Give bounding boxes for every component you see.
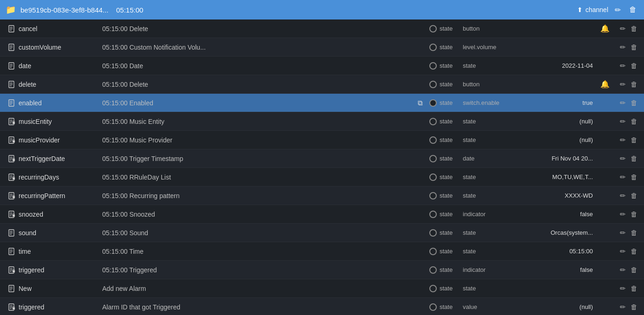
delete-button[interactable]: 🗑 <box>630 24 638 33</box>
delete-button[interactable]: 🗑 <box>630 283 638 293</box>
edit-button[interactable]: ✏ <box>619 246 627 257</box>
delete-button[interactable]: 🗑 <box>630 98 638 108</box>
delete-button[interactable]: 🗑 <box>630 209 638 219</box>
row-value: false <box>523 266 598 273</box>
edit-button[interactable]: ✏ <box>619 24 627 34</box>
delete-button[interactable]: 🗑 <box>630 228 638 238</box>
row-value: Orcas(system... <box>523 229 598 236</box>
table-row[interactable]: snoozed05:15:00 Snoozedstateindicatorfal… <box>0 205 644 224</box>
row-name: New <box>19 285 102 292</box>
table-row[interactable]: delete05:15:00 Deletestatebutton🔔✏🗑 <box>0 75 644 94</box>
table-row[interactable]: recurringPattern05:15:00 Recurring patte… <box>0 186 644 205</box>
edit-button[interactable]: ✏ <box>619 265 627 275</box>
state-circle-icon <box>427 229 440 237</box>
delete-button[interactable]: 🗑 <box>630 116 638 126</box>
row-description: Alarm ID that got Triggered <box>102 303 414 311</box>
row-name: snoozed <box>19 211 102 218</box>
row-type: indicator <box>463 266 523 273</box>
delete-button[interactable]: 🗑 <box>630 42 638 52</box>
state-circle-icon <box>427 62 440 70</box>
state-circle-icon <box>427 266 440 274</box>
delete-button[interactable]: 🗑 <box>630 154 638 163</box>
row-state: state <box>440 62 463 69</box>
edit-button[interactable]: ✏ <box>619 116 627 127</box>
state-circle-icon <box>427 25 440 32</box>
delete-button[interactable]: 🗑 <box>630 172 638 182</box>
table-row[interactable]: triggeredAlarm ID that got Triggeredstat… <box>0 298 644 315</box>
row-actions: ✏🗑 <box>612 116 638 127</box>
edit-button[interactable]: ✏ <box>619 302 627 312</box>
svg-rect-29 <box>13 141 15 142</box>
table-row[interactable]: NewAdd new Alarmstatestate✏🗑 <box>0 279 644 298</box>
row-type: button <box>463 25 523 32</box>
row-state: state <box>440 229 463 236</box>
table-row[interactable]: date05:15:00 Datestatestate2022-11-04✏🗑 <box>0 57 644 75</box>
svg-rect-39 <box>13 178 15 180</box>
edit-button[interactable]: ✏ <box>619 154 627 164</box>
delete-button[interactable]: 🗑 <box>630 61 638 71</box>
row-description: 05:15:00 Trigger Timestamp <box>102 155 414 162</box>
row-description: 05:15:00 Enabled <box>102 99 414 107</box>
edit-button[interactable]: ✏ <box>619 98 627 108</box>
row-description: 05:15:00 Custom Notification Volu... <box>102 44 414 51</box>
delete-button[interactable]: 🗑 <box>630 246 638 256</box>
row-value: 2022-11-04 <box>523 62 598 69</box>
table-row[interactable]: time05:15:00 Timestatestate05:15:00✏🗑 <box>0 242 644 261</box>
row-type: state <box>463 229 523 236</box>
state-circle-icon <box>427 285 440 292</box>
edit-button[interactable]: ✏ <box>619 209 627 219</box>
row-state: state <box>440 44 463 51</box>
table-row[interactable]: musicEntity05:15:00 Music Entitystatesta… <box>0 112 644 131</box>
copy-icon[interactable]: ⧉ <box>414 99 427 107</box>
svg-rect-49 <box>13 215 15 217</box>
row-state: state <box>440 174 463 180</box>
state-circle-icon <box>427 155 440 162</box>
row-type: state <box>463 136 523 143</box>
row-state: state <box>440 136 463 143</box>
state-circle-icon <box>427 81 440 88</box>
row-name: triggered <box>19 303 102 311</box>
header-edit-button[interactable]: ✏ <box>613 5 623 15</box>
row-name: musicProvider <box>19 136 102 144</box>
table-row[interactable]: customVolume05:15:00 Custom Notification… <box>0 38 644 57</box>
delete-button[interactable]: 🗑 <box>630 79 638 89</box>
row-actions: ✏🗑 <box>612 209 638 219</box>
table-row[interactable]: enabled05:15:00 Enabled⧉stateswitch.enab… <box>0 94 644 112</box>
table-row[interactable]: nextTriggerDate05:15:00 Trigger Timestam… <box>0 149 644 168</box>
table-row[interactable]: musicProvider05:15:00 Music Providerstat… <box>0 131 644 149</box>
edit-button[interactable]: ✏ <box>619 172 627 182</box>
row-actions: ✏🗑 <box>612 135 638 145</box>
edit-button[interactable]: ✏ <box>619 191 627 201</box>
row-value: Fri Nov 04 20... <box>523 155 598 162</box>
table-row[interactable]: cancel05:15:00 Deletestatebutton🔔✏🗑 <box>0 19 644 38</box>
edit-button[interactable]: ✏ <box>619 42 627 52</box>
row-description: 05:15:00 Sound <box>102 229 414 237</box>
state-circle-icon <box>427 248 440 255</box>
bell-icon: 🔔 <box>598 24 612 33</box>
row-state: state <box>440 248 463 255</box>
edit-button[interactable]: ✏ <box>619 228 627 238</box>
table-row[interactable]: recurringDays05:15:00 RRuleDay Liststate… <box>0 168 644 186</box>
table-row[interactable]: triggered05:15:00 Triggeredstateindicato… <box>0 261 644 279</box>
header-delete-button[interactable]: 🗑 <box>627 5 638 15</box>
channel-icon: ⬆ <box>577 6 583 13</box>
table-row[interactable]: sound05:15:00 SoundstatestateOrcas(syste… <box>0 224 644 242</box>
row-actions: ✏🗑 <box>612 98 638 108</box>
delete-button[interactable]: 🗑 <box>630 135 638 145</box>
svg-rect-44 <box>13 196 15 198</box>
state-circle-icon <box>427 44 440 51</box>
folder-icon: 📁 <box>6 5 16 15</box>
delete-button[interactable]: 🗑 <box>630 191 638 200</box>
edit-button[interactable]: ✏ <box>619 61 627 71</box>
rows-container: cancel05:15:00 Deletestatebutton🔔✏🗑 cust… <box>0 19 644 315</box>
delete-button[interactable]: 🗑 <box>630 265 638 275</box>
edit-button[interactable]: ✏ <box>619 79 627 90</box>
row-name: time <box>19 248 102 255</box>
doc-icon <box>6 229 19 237</box>
bell-icon: 🔔 <box>598 80 612 89</box>
row-value: MO,TU,WE,T... <box>523 174 598 180</box>
delete-button[interactable]: 🗑 <box>630 302 638 312</box>
edit-button[interactable]: ✏ <box>619 283 627 294</box>
edit-button[interactable]: ✏ <box>619 135 627 145</box>
row-description: Add new Alarm <box>102 285 414 292</box>
